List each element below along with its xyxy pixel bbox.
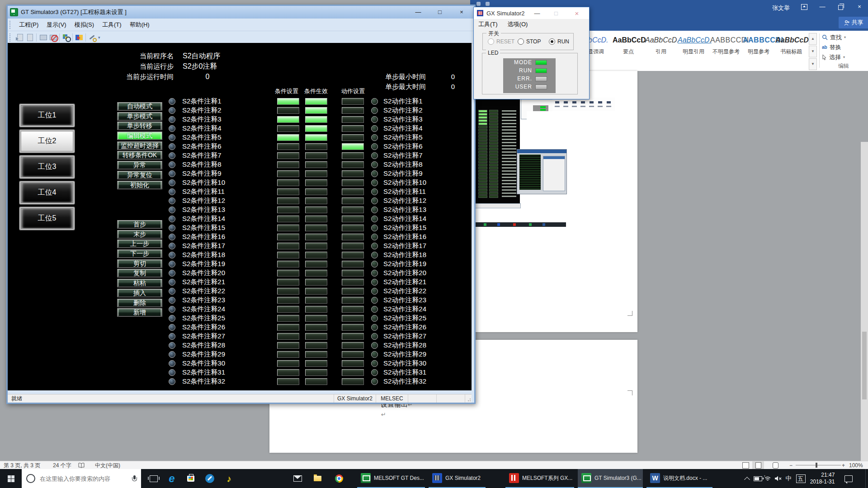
- condition-active-led: [305, 125, 327, 132]
- clock[interactable]: 21:472018-1-31: [808, 469, 836, 488]
- proofing-icon[interactable]: [78, 463, 85, 468]
- resize-grip[interactable]: [465, 394, 472, 403]
- word-qat-undo-icon[interactable]: [486, 2, 490, 6]
- zoom-out-button[interactable]: −: [789, 462, 793, 469]
- toolbar-more-icon[interactable]: ▾: [98, 35, 100, 40]
- transfer-icon[interactable]: [75, 33, 84, 42]
- tray-chevron-icon[interactable]: [741, 469, 752, 488]
- action-comment: S2动作注释27: [383, 332, 426, 341]
- taskbar-app-button[interactable]: 说明文档.docx - ...: [646, 469, 712, 488]
- monitor-start-icon[interactable]: [38, 33, 47, 42]
- style-gallery-item[interactable]: AaBbCcD. 引用: [645, 33, 677, 56]
- start-button[interactable]: [0, 469, 22, 488]
- read-mode-icon[interactable]: [740, 461, 751, 469]
- mail-icon[interactable]: [289, 469, 306, 488]
- condition-set-led: [277, 324, 299, 331]
- word-qat-save-icon[interactable]: [476, 2, 481, 6]
- select-button[interactable]: 选择▾: [822, 52, 865, 62]
- search-input[interactable]: [39, 475, 132, 483]
- word-close-button[interactable]: ×: [852, 2, 867, 12]
- gallery-up-icon[interactable]: ▲: [809, 33, 817, 45]
- microphone-icon[interactable]: [132, 475, 137, 482]
- find-button[interactable]: 查找▾: [822, 33, 865, 42]
- gt-maximize-button[interactable]: □: [431, 8, 448, 17]
- style-gallery-item[interactable]: AaBbCcD 要点: [613, 33, 644, 56]
- monitor-stop-icon[interactable]: [48, 33, 57, 42]
- gt-menu-item[interactable]: 帮助(H): [126, 21, 154, 29]
- gt-window-title: GT Simulator3 (GT27) [工程标题未设置 ]: [21, 8, 127, 16]
- gt-title-bar[interactable]: GT Simulator3 (GT27) [工程标题未设置 ] — □ ×: [8, 6, 474, 19]
- gt-menu-item[interactable]: 工程(P): [15, 21, 42, 29]
- gx-minimize-button[interactable]: —: [528, 9, 546, 18]
- word-count[interactable]: 24 个字: [53, 462, 71, 469]
- gx-menu-item[interactable]: 选项(O): [503, 20, 533, 28]
- page-info[interactable]: 第 3 页, 共 3 页: [4, 462, 40, 469]
- ime-mode-indicator[interactable]: 五: [795, 469, 807, 488]
- word-restore-button[interactable]: [833, 2, 848, 12]
- volume-muted-icon[interactable]: [772, 469, 784, 488]
- gallery-down-icon[interactable]: ▼: [809, 46, 817, 57]
- style-gallery-item[interactable]: AABBCCDI 不明显参考: [710, 33, 742, 56]
- switch-radio[interactable]: STOP: [518, 38, 541, 45]
- gx-close-button[interactable]: ×: [568, 9, 586, 18]
- style-gallery-item[interactable]: AaBbCcD. 明显引用: [678, 33, 709, 56]
- condition-set-led: [277, 197, 299, 204]
- language-indicator[interactable]: 中文(中国): [95, 462, 120, 469]
- style-gallery-item[interactable]: AaBbCcD 书籍标题: [775, 33, 807, 56]
- file-explorer-icon[interactable]: [309, 469, 326, 488]
- zoom-slider[interactable]: [796, 465, 841, 465]
- condition-set-led: [277, 225, 299, 231]
- task-view-icon[interactable]: [146, 469, 162, 488]
- taskbar-app-button[interactable]: MELSOFT GT Des...: [357, 469, 425, 488]
- comment-row: S2条件注释21 S2动作注释21: [8, 277, 472, 286]
- option-setup-icon[interactable]: [88, 33, 97, 42]
- switch-group: 开关 RESET STOP RUN: [482, 33, 574, 50]
- chrome-icon[interactable]: [331, 469, 347, 488]
- switch-radio[interactable]: RUN: [549, 38, 569, 45]
- condition-active-led: [305, 315, 327, 322]
- zoom-level[interactable]: 100%: [849, 462, 863, 469]
- column-header-action-set: 动作设置: [340, 87, 367, 95]
- ribbon-display-options-icon[interactable]: [797, 2, 812, 12]
- taskbar-app-button[interactable]: GX Simulator2: [429, 469, 486, 488]
- print-layout-icon[interactable]: [752, 461, 764, 469]
- condition-indicator-icon: [169, 116, 175, 123]
- gx-maximize-button[interactable]: □: [547, 9, 565, 18]
- replace-button[interactable]: ab 替换: [822, 42, 865, 52]
- store-icon[interactable]: [183, 469, 199, 488]
- gt-menu-item[interactable]: 模拟(S): [71, 21, 98, 29]
- action-set-led: [342, 170, 364, 177]
- gallery-expand-icon[interactable]: ▼: [809, 58, 817, 70]
- word-minimize-button[interactable]: —: [815, 2, 830, 12]
- web-layout-icon[interactable]: [769, 461, 781, 469]
- action-center-icon[interactable]: [842, 469, 855, 488]
- zoom-slider-thumb[interactable]: [816, 463, 817, 468]
- gt-menu-item[interactable]: 工具(T): [98, 21, 126, 29]
- gt-minimize-button[interactable]: —: [410, 8, 427, 17]
- taskbar-app-button[interactable]: GT Simulator3 (G...: [578, 469, 643, 488]
- cortana-icon: [26, 474, 35, 483]
- ime-language-indicator[interactable]: 中: [783, 469, 794, 488]
- action-set-led: [342, 225, 364, 231]
- gt-close-button[interactable]: ×: [453, 8, 470, 17]
- word-share-button[interactable]: 共享: [839, 17, 868, 28]
- taskbar-app-button[interactable]: MELSOFT系列 GX...: [505, 469, 574, 488]
- style-gallery-item[interactable]: AABBCCDI 明显参考: [743, 33, 774, 56]
- edge-icon[interactable]: e: [164, 469, 180, 488]
- zoom-in-button[interactable]: +: [842, 462, 845, 469]
- condition-indicator-icon: [169, 270, 175, 277]
- gt-menu-item[interactable]: 显示(V): [42, 21, 70, 29]
- scrollbar-thumb[interactable]: [862, 332, 867, 399]
- save-project-icon[interactable]: [25, 33, 34, 42]
- vertical-scrollbar[interactable]: [861, 142, 868, 488]
- music-app-icon[interactable]: ♪: [221, 469, 237, 488]
- gx-menu-item[interactable]: 工具(T): [474, 20, 503, 28]
- wifi-icon[interactable]: *: [762, 469, 773, 488]
- switch-radio[interactable]: RESET: [488, 38, 514, 45]
- project-search-icon[interactable]: [61, 33, 71, 42]
- open-project-icon[interactable]: [15, 33, 24, 42]
- taskbar-search[interactable]: [22, 469, 141, 488]
- settings-tool-icon[interactable]: [202, 469, 218, 488]
- show-desktop-button[interactable]: [865, 469, 868, 488]
- gx-title-bar[interactable]: GX Simulator2 — □ ×: [474, 7, 589, 19]
